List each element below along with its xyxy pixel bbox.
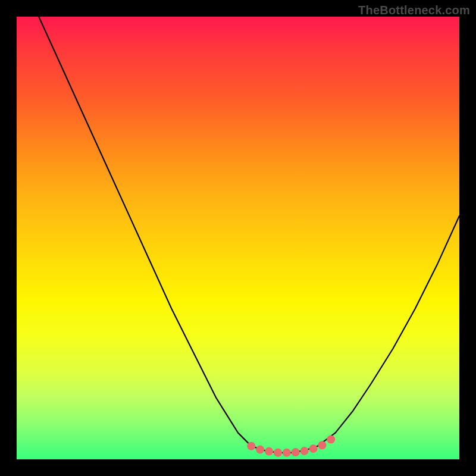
bottleneck-curve-path <box>39 17 459 453</box>
curve-svg <box>17 17 459 459</box>
chart-frame: TheBottleneck.com <box>0 0 476 476</box>
flat-zone-dot <box>309 444 318 453</box>
flat-zone-dots <box>247 436 335 457</box>
flat-zone-dot <box>327 436 335 444</box>
attribution-label: TheBottleneck.com <box>358 4 470 17</box>
flat-zone-dot <box>274 449 282 457</box>
flat-zone-dot <box>256 446 264 454</box>
flat-zone-dot <box>265 447 273 456</box>
flat-zone-dot <box>292 448 300 456</box>
flat-zone-dot <box>300 447 309 455</box>
flat-zone-dot <box>318 441 326 449</box>
flat-zone-dot <box>247 442 255 450</box>
flat-zone-dot <box>283 449 291 457</box>
plot-area <box>17 17 459 459</box>
